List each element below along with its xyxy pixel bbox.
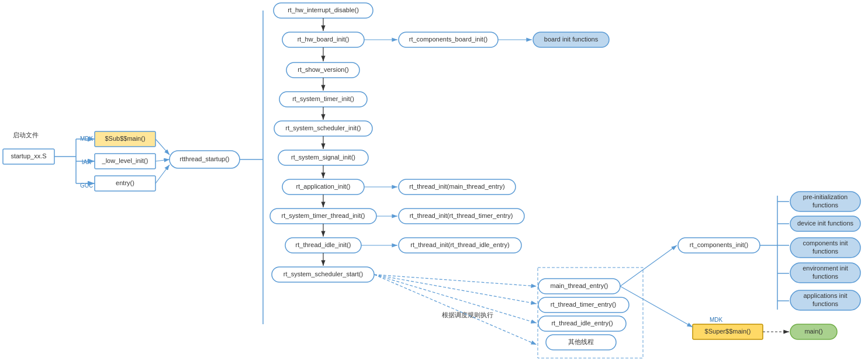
applications-init-line2: functions — [812, 300, 839, 307]
svg-line-49 — [374, 275, 537, 304]
components-init-line2: functions — [812, 248, 839, 255]
svg-line-14 — [155, 159, 170, 161]
svg-line-51 — [374, 275, 537, 345]
board-init-functions: board init functions — [544, 36, 599, 43]
rt-hw-board-init: rt_hw_board_init() — [298, 36, 350, 43]
device-init-functions: device init functions — [797, 220, 853, 227]
rt-thread-idle-init: rt_thread_idle_init() — [296, 241, 351, 248]
rt-system-timer-thread-init: rt_system_timer_thread_init() — [281, 212, 365, 219]
startup-file-label: 启动文件 — [13, 131, 39, 138]
rt-system-scheduler-init: rt_system_scheduler_init() — [286, 124, 361, 131]
iar-label: IAR — [82, 159, 92, 165]
rt-system-scheduler-start: rt_system_scheduler_start() — [283, 270, 363, 277]
svg-line-15 — [155, 165, 170, 183]
scheduling-note: 根据调度规则执行 — [442, 311, 493, 318]
rt-thread-timer-entry: rt_thread_timer_entry() — [551, 301, 617, 308]
pre-init-line2: functions — [812, 202, 839, 209]
super-main-label: $Super$$main() — [705, 328, 751, 335]
rt-system-timer-init: rt_system_timer_init() — [292, 95, 354, 102]
main-func: main() — [804, 328, 822, 335]
environment-init-line1: environment init — [803, 265, 848, 272]
rt-components-board-init: rt_components_board_init() — [409, 36, 488, 43]
rtthread-startup-label: rtthread_startup() — [180, 155, 230, 162]
rt-thread-init-main: rt_thread_init(main_thread_entry) — [409, 183, 504, 190]
components-init-line1: components init — [803, 239, 848, 247]
entry-label: entry() — [116, 179, 134, 186]
rt-application-init: rt_application_init() — [296, 183, 351, 190]
svg-line-56 — [620, 245, 677, 286]
mdk-label: MDK — [80, 136, 94, 142]
main-thread-entry: main_thread_entry() — [550, 282, 608, 289]
rt-show-version: rt_show_version() — [298, 66, 348, 73]
rt-components-init: rt_components_init() — [690, 241, 748, 248]
rt-hw-interrupt-disable: rt_hw_interrupt_disable() — [288, 6, 359, 13]
svg-line-13 — [155, 139, 170, 155]
svg-line-73 — [620, 286, 693, 327]
environment-init-line2: functions — [812, 273, 839, 280]
rt-thread-idle-entry: rt_thread_idle_entry() — [551, 320, 613, 327]
pre-init-line1: pre-initialization — [803, 193, 848, 200]
mdk-label2: MDK — [710, 317, 723, 323]
rt-thread-init-idle: rt_thread_init(rt_thread_idle_entry) — [410, 241, 509, 248]
rt-system-signal-init: rt_system_signal_init() — [291, 154, 355, 161]
startup-xx-label: startup_xx.S — [11, 152, 46, 159]
applications-init-line1: applications init — [803, 292, 847, 299]
other-threads: 其他线程 — [568, 338, 594, 345]
low-level-init-label: _low_level_init() — [102, 157, 148, 164]
sub-main-label: $Sub$$main() — [105, 135, 145, 142]
svg-line-48 — [374, 275, 537, 286]
rt-thread-init-timer: rt_thread_init(rt_thread_timer_entry) — [410, 212, 513, 219]
